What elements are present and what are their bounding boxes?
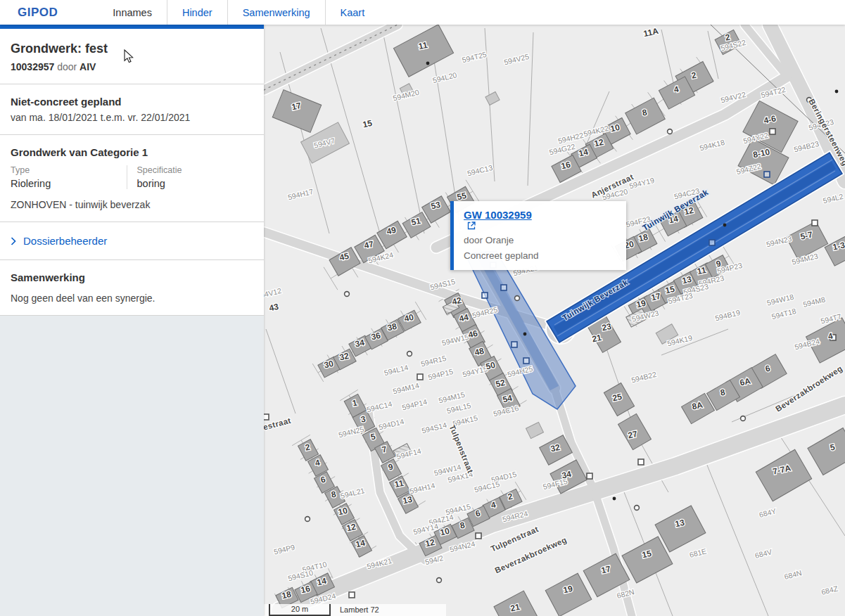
- type-value: Riolering: [11, 178, 127, 189]
- category-title: Grondwerk van Categorie 1: [11, 146, 253, 158]
- status-period: van ma. 18/01/2021 t.e.m. vr. 22/01/2021: [11, 112, 253, 123]
- basemap-svg[interactable]: 594H17594V7594M20594L20594T25594V25594C1…: [264, 25, 845, 616]
- spec-field: Specificatie boring: [127, 165, 253, 189]
- record-id-line: 10032957 door AIV: [11, 61, 253, 72]
- tab-hinder[interactable]: Hinder: [167, 0, 227, 25]
- work-description: ZONHOVEN - tuinwijk beverzak: [11, 199, 253, 210]
- map-popup: GW 10032959 door Oranje Concreet gepland: [450, 201, 626, 270]
- title-section: Grondwerk: fest 10032957 door AIV: [0, 29, 264, 84]
- record-owner: AIV: [80, 61, 96, 72]
- tab-kaart[interactable]: Kaart: [325, 0, 380, 25]
- app-header: GIPOD Innames Hinder Samenwerking Kaart: [0, 0, 845, 25]
- dossier-section: Dossierbeheerder: [0, 222, 264, 260]
- category-section: Grondwerk van Categorie 1 Type Riolering…: [0, 135, 264, 222]
- record-id: 10032957: [11, 61, 54, 72]
- map-footer: 20 m Lambert 72: [264, 604, 446, 616]
- synergy-section: Samenwerking Nog geen deel van een syner…: [0, 260, 264, 316]
- popup-record-link[interactable]: GW 10032959: [464, 209, 532, 221]
- tab-samenwerking[interactable]: Samenwerking: [227, 0, 325, 25]
- synergy-title: Samenwerking: [11, 271, 253, 283]
- spec-value: boring: [137, 178, 253, 189]
- door-label: door: [57, 61, 77, 72]
- tab-innames[interactable]: Innames: [98, 0, 167, 25]
- main-nav: Innames Hinder Samenwerking Kaart: [98, 0, 379, 25]
- gipod-logo[interactable]: GIPOD: [18, 6, 58, 20]
- spec-label: Specificatie: [137, 165, 253, 175]
- external-link-icon: [467, 222, 476, 230]
- synergy-text: Nog geen deel van een synergie.: [11, 293, 253, 304]
- type-label: Type: [11, 165, 127, 175]
- scale-label: 20 m: [269, 604, 331, 616]
- chevron-right-icon: [11, 237, 16, 245]
- dossierbeheerder-toggle[interactable]: Dossierbeheerder: [11, 233, 253, 248]
- popup-owner: door Oranje: [464, 235, 616, 245]
- sidebar-empty-area: [0, 316, 264, 616]
- category-fields: Type Riolering Specificatie boring: [11, 165, 253, 189]
- popup-status: Concreet gepland: [464, 250, 616, 261]
- projection-attribution: Lambert 72: [331, 604, 446, 616]
- page-title: Grondwerk: fest: [11, 41, 253, 56]
- status-section: Niet-concreet gepland van ma. 18/01/2021…: [0, 84, 264, 135]
- scale-bar: 20 m: [264, 604, 331, 616]
- status-title: Niet-concreet gepland: [11, 96, 253, 108]
- dossierbeheerder-link[interactable]: Dossierbeheerder: [23, 235, 107, 247]
- detail-sidebar: Grondwerk: fest 10032957 door AIV Niet-c…: [0, 25, 264, 616]
- map-canvas[interactable]: 594H17594V7594M20594L20594T25594V25594C1…: [264, 25, 845, 616]
- type-field: Type Riolering: [11, 165, 127, 189]
